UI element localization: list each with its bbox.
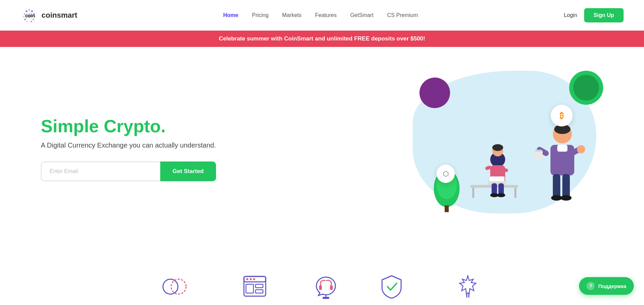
svg-point-1 [26, 10, 28, 12]
svg-point-2 [29, 9, 30, 11]
svg-point-11 [31, 21, 32, 22]
smartsecurity-icon [376, 271, 407, 302]
svg-point-42 [577, 145, 585, 153]
feature-smartsecurity: SmartSecurity Protected by bank level [367, 271, 416, 305]
smartinterface-icon [240, 271, 270, 302]
svg-rect-55 [255, 284, 263, 288]
email-input[interactable] [41, 162, 160, 181]
svg-point-3 [31, 10, 33, 12]
svg-point-45 [551, 195, 562, 201]
support-button[interactable]: ? Поддержка [579, 277, 634, 295]
nav-cspremium[interactable]: CS Premium [387, 12, 418, 18]
svg-rect-41 [535, 150, 542, 151]
svg-rect-43 [553, 174, 560, 198]
get-started-button[interactable]: Get Started [160, 162, 216, 181]
hero-subtitle: A Digital Currency Exchange you can actu… [41, 141, 216, 149]
svg-point-53 [253, 278, 255, 280]
hero-illustration: ₿ ⬡ [399, 67, 610, 231]
svg-rect-57 [319, 285, 322, 290]
nav-markets[interactable]: Markets [282, 12, 301, 18]
standing-person [528, 120, 590, 217]
sitting-person [467, 141, 522, 210]
purple-circle [419, 78, 450, 108]
svg-point-6 [23, 16, 24, 17]
nav-getsmart[interactable]: GetSmart [350, 12, 373, 18]
svg-rect-60 [323, 297, 329, 299]
nav-links: Home Pricing Markets Features GetSmart C… [223, 12, 418, 18]
login-button[interactable]: Login [564, 12, 577, 18]
svg-rect-44 [562, 174, 570, 198]
features-section: SmartTrade Forget trading pairs, get the… [0, 251, 644, 305]
feature-smartsupport: SmartSupport 24/7 Support [306, 271, 346, 305]
logo[interactable]: coin coin coinsmart [20, 6, 77, 24]
ethereum-bubble: ⬡ [436, 165, 455, 183]
green-circle-inner [573, 75, 599, 101]
svg-rect-20 [514, 188, 516, 198]
navbar: coin coin coinsmart Home Pricing Markets… [0, 0, 644, 31]
bitcoin-bubble: ₿ [551, 105, 573, 126]
hero-content: Simple Crypto. A Digital Currency Exchan… [41, 117, 216, 181]
nav-home[interactable]: Home [223, 12, 238, 18]
nav-features[interactable]: Features [315, 12, 336, 18]
feature-smarttrade: SmartTrade Forget trading pairs, get the [145, 271, 204, 305]
svg-rect-54 [246, 284, 253, 293]
svg-point-10 [27, 21, 28, 22]
nav-actions: Login Sign Up [564, 8, 624, 22]
svg-point-46 [561, 195, 572, 201]
svg-point-48 [171, 279, 186, 294]
canadian-icon [452, 271, 483, 302]
support-icon: ? [587, 282, 595, 290]
svg-rect-17 [445, 205, 449, 212]
svg-point-9 [33, 19, 34, 20]
logo-icon: coin coin [20, 6, 38, 24]
support-label: Поддержка [598, 283, 626, 289]
hero-title: Simple Crypto. [41, 117, 216, 136]
svg-text:coin: coin [25, 13, 35, 18]
hero-section: Simple Crypto. A Digital Currency Exchan… [0, 47, 644, 251]
feature-smartinterface: SmartInterface The easiest place to buy,… [224, 271, 285, 305]
feature-canadian: 100% Canadian Backed by Canadian banking [437, 271, 499, 305]
svg-point-52 [250, 278, 252, 280]
svg-rect-19 [472, 188, 474, 198]
svg-rect-58 [330, 285, 333, 290]
hero-form: Get Started [41, 162, 216, 181]
signup-button[interactable]: Sign Up [584, 8, 624, 22]
smarttrade-icon [159, 271, 190, 302]
promo-banner: Celebrate summer with CoinSmart and unli… [0, 31, 644, 47]
svg-rect-40 [534, 150, 543, 160]
svg-point-32 [497, 193, 505, 197]
svg-rect-36 [557, 145, 567, 152]
svg-rect-26 [489, 176, 505, 182]
svg-point-8 [24, 19, 26, 20]
svg-point-47 [163, 279, 178, 294]
svg-point-23 [492, 144, 503, 151]
nav-pricing[interactable]: Pricing [252, 12, 268, 18]
banner-text: Celebrate summer with CoinSmart and unli… [219, 35, 425, 42]
svg-rect-56 [255, 290, 263, 293]
svg-point-51 [246, 278, 248, 280]
logo-text: coinsmart [42, 11, 77, 20]
smartsupport-icon [311, 271, 341, 302]
